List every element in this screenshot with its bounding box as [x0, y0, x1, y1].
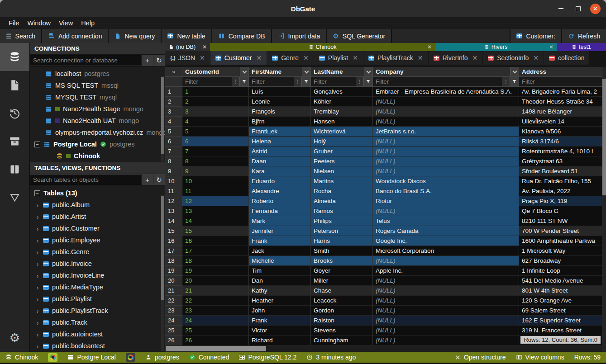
cell-customerid[interactable]: 3 [182, 107, 249, 117]
connection-item-mysql-test[interactable]: MYSQL TESTmysql [30, 91, 165, 103]
minimize-button[interactable] [556, 4, 566, 14]
row-number[interactable]: 18 [165, 256, 182, 266]
chevron-right-icon[interactable]: › [35, 272, 40, 279]
close-tab-group-icon[interactable]: ✕ [549, 44, 554, 50]
cell-lastname[interactable]: Smith [311, 246, 373, 256]
cell-lastname[interactable]: Hansen [311, 117, 373, 127]
cell-company[interactable]: (NULL) [373, 256, 519, 266]
cell-company[interactable]: Rogers Canada [373, 226, 519, 236]
tables-scrollbar[interactable] [161, 195, 164, 351]
column-header-company[interactable]: Company [373, 67, 519, 77]
vertical-scrollbar[interactable] [602, 67, 606, 352]
cell-lastname[interactable]: Peterson [311, 226, 373, 236]
connections-refresh-button[interactable]: ↻ [153, 55, 165, 66]
cell-company[interactable]: Banco do Brasil S.A. [373, 186, 519, 196]
cell-customerid[interactable]: 2 [182, 97, 249, 107]
cell-firstname[interactable]: Frank [249, 316, 311, 326]
tab-sectioninfo[interactable]: SectionInfo✕ [483, 51, 544, 65]
row-number[interactable]: 25 [165, 326, 182, 336]
vertical-scrollbar-thumb[interactable] [602, 79, 606, 195]
cell-firstname[interactable]: Jennifer [249, 226, 311, 236]
cell-firstname[interactable]: Richard [249, 336, 311, 345]
cell-lastname[interactable]: Köhler [311, 97, 373, 107]
chevron-right-icon[interactable]: › [35, 331, 40, 338]
search-button[interactable]: ☰Search [0, 29, 41, 43]
column-dropdown-button[interactable] [240, 67, 248, 76]
connection-item-ms-sql-test[interactable]: MS SQL TESTmssql [30, 80, 165, 91]
row-number[interactable]: 4 [165, 117, 182, 127]
cell-firstname[interactable]: Alexandre [249, 186, 311, 196]
cell-firstname[interactable]: Tim [249, 266, 311, 276]
cell-address[interactable]: Rilská 3174/6 [519, 137, 602, 147]
filter-input[interactable] [519, 77, 602, 86]
connections-search-input[interactable] [30, 55, 141, 66]
cell-customerid[interactable]: 19 [182, 266, 249, 276]
cell-company[interactable]: (NULL) [373, 326, 519, 336]
chevron-right-icon[interactable]: › [35, 295, 40, 303]
row-number[interactable]: 2 [165, 97, 182, 107]
row-number[interactable]: 10 [165, 176, 182, 186]
table-item-public-customer[interactable]: ›public.Customer [30, 222, 165, 234]
cell-company[interactable]: Telus [373, 216, 519, 226]
close-tab-group-icon[interactable]: ✕ [202, 44, 207, 50]
chevron-right-icon[interactable]: › [35, 248, 40, 256]
cell-lastname[interactable]: Cunningham [311, 336, 373, 345]
cell-company[interactable]: (NULL) [373, 306, 519, 316]
chevron-right-icon[interactable]: › [35, 225, 40, 232]
tables-add-button[interactable]: + [141, 174, 153, 185]
filter-funnel-button[interactable] [301, 77, 310, 86]
tables-group[interactable]: −Tables (13) [30, 187, 165, 199]
cell-address[interactable]: Av. Paulista, 2022 [519, 186, 602, 196]
cell-customerid[interactable]: 21 [182, 286, 249, 296]
cell-address[interactable]: Theodor-Heuss-Straße 34 [519, 97, 602, 107]
cell-firstname[interactable]: Fernanda [249, 206, 311, 216]
table-item-public-mediatype[interactable]: ›public.MediaType [30, 281, 165, 293]
cell-lastname[interactable]: Ralston [311, 316, 373, 326]
chevron-right-icon[interactable]: › [35, 284, 40, 291]
close-tab-icon[interactable]: ✕ [418, 54, 423, 61]
row-number[interactable]: 21 [165, 286, 182, 296]
connections-scrollbar-thumb[interactable] [161, 77, 164, 154]
tab-group-no-db[interactable]: (no DB)✕ [165, 43, 210, 51]
connections-add-button[interactable]: + [141, 55, 153, 66]
row-number[interactable]: 23 [165, 306, 182, 316]
column-dropdown-button[interactable] [302, 67, 310, 76]
cell-lastname[interactable]: Ramos [311, 206, 373, 216]
cell-lastname[interactable]: Harris [311, 236, 373, 246]
cell-firstname[interactable]: Leonie [249, 97, 311, 107]
sidebar-widget-filter-triangle[interactable] [0, 183, 29, 211]
table-item-public-playlisttrack[interactable]: ›public.PlaylistTrack [30, 305, 165, 317]
cell-customerid[interactable]: 14 [182, 216, 249, 226]
row-number[interactable]: 13 [165, 206, 182, 216]
collapse-box-icon[interactable]: − [34, 190, 40, 196]
tab-group-chinook[interactable]: Chinook✕ [210, 43, 435, 51]
row-number[interactable]: 8 [165, 156, 182, 166]
row-number[interactable]: 17 [165, 246, 182, 256]
cell-customerid[interactable]: 25 [182, 326, 249, 336]
cell-firstname[interactable]: Michelle [249, 256, 311, 266]
column-header-address[interactable]: Address [519, 67, 602, 77]
cell-customerid[interactable]: 11 [182, 186, 249, 196]
cell-customerid[interactable]: 4 [182, 117, 249, 127]
cell-company[interactable]: (NULL) [373, 206, 519, 216]
sql-generator-button[interactable]: ⚙SQL Generator [327, 29, 391, 43]
cell-address[interactable]: 1 Infinite Loop [519, 266, 602, 276]
cell-lastname[interactable]: Philips [311, 216, 373, 226]
row-number[interactable]: 5 [165, 127, 182, 137]
table-item-public-booleantest[interactable]: ›public.booleantest [30, 340, 165, 352]
connections-scrollbar[interactable] [161, 76, 164, 161]
cell-address[interactable]: 1600 Amphitheatre Parkwa [519, 236, 602, 246]
tab-collection[interactable]: collection [544, 51, 589, 65]
cell-firstname[interactable]: Daan [249, 156, 311, 166]
filter-menu-button[interactable]: ⋮ [356, 77, 363, 86]
row-number[interactable]: 9 [165, 166, 182, 176]
chevron-right-icon[interactable]: › [35, 260, 40, 268]
row-number[interactable]: 3 [165, 107, 182, 117]
column-header-customerid[interactable]: CustomerId [182, 67, 249, 77]
cell-address[interactable]: 541 Del Medio Avenue [519, 276, 602, 286]
tables-search-input[interactable] [30, 174, 141, 185]
table-item-public-playlist[interactable]: ›public.Playlist [30, 293, 165, 305]
cell-customerid[interactable]: 24 [182, 316, 249, 326]
column-header-firstname[interactable]: FirstName [249, 67, 311, 77]
tab-group-test1[interactable]: test1 [557, 43, 606, 51]
